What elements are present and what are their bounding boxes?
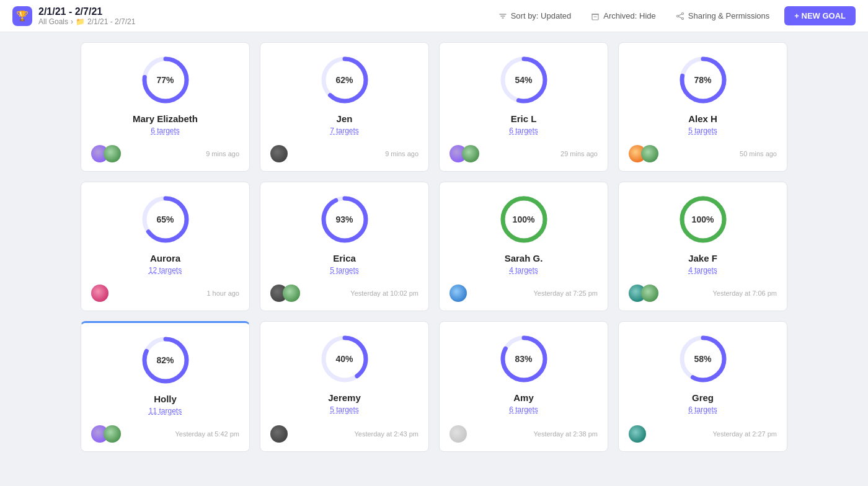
- avatar-group: [91, 145, 121, 162]
- goal-card[interactable]: 100% Jake F 4 targets Yesterday at 7:06 …: [618, 182, 787, 311]
- new-goal-button[interactable]: + NEW GOAL: [784, 6, 856, 25]
- time-ago: 9 mins ago: [385, 150, 418, 157]
- goal-card[interactable]: 100% Sarah G. 4 targets Yesterday at 7:2…: [439, 182, 608, 311]
- percent-label: 40%: [335, 354, 353, 364]
- donut-chart: 100%: [499, 195, 549, 244]
- targets-link[interactable]: 4 targets: [509, 266, 538, 275]
- sharing-label: Sharing & Permissions: [688, 11, 770, 20]
- targets-link[interactable]: 4 targets: [688, 266, 717, 275]
- person-name: Jeremy: [328, 392, 361, 403]
- card-footer: Yesterday at 2:43 pm: [270, 425, 418, 443]
- donut-chart: 58%: [678, 334, 728, 384]
- card-footer: Yesterday at 5:42 pm: [91, 425, 239, 443]
- goal-card[interactable]: 82% Holly 11 targets Yesterday at 5:42 p…: [81, 321, 250, 452]
- archived-label: Archived: Hide: [603, 11, 656, 20]
- person-name: Alex H: [688, 113, 717, 124]
- goal-card[interactable]: 62% Jen 7 targets 9 mins ago: [260, 42, 429, 172]
- targets-link[interactable]: 5 targets: [330, 405, 359, 414]
- sort-button[interactable]: Sort by: Updated: [494, 9, 577, 23]
- percent-label: 83%: [515, 354, 532, 364]
- archived-button[interactable]: Archived: Hide: [586, 9, 661, 23]
- time-ago: 29 mins ago: [560, 150, 598, 157]
- targets-link[interactable]: 12 targets: [149, 266, 182, 275]
- svg-point-1: [681, 12, 683, 14]
- person-name: Mary Elizabeth: [133, 113, 198, 124]
- goal-card[interactable]: 78% Alex H 5 targets 50 mins ago: [618, 42, 787, 172]
- donut-chart: 40%: [320, 334, 370, 384]
- time-ago: 1 hour ago: [206, 289, 239, 297]
- targets-link[interactable]: 5 targets: [330, 266, 359, 275]
- targets-link[interactable]: 7 targets: [330, 126, 359, 135]
- percent-label: 77%: [156, 75, 174, 85]
- donut-chart: 100%: [678, 195, 728, 244]
- avatar-group: [450, 425, 467, 443]
- time-ago: Yesterday at 2:43 pm: [354, 430, 418, 438]
- donut-chart: 82%: [141, 335, 190, 385]
- donut-chart: 54%: [499, 55, 549, 105]
- targets-link[interactable]: 5 targets: [688, 126, 717, 135]
- avatar-group: [629, 145, 658, 162]
- avatar-group: [450, 285, 467, 302]
- card-footer: 29 mins ago: [450, 145, 598, 162]
- card-footer: 9 mins ago: [91, 145, 239, 162]
- goal-card[interactable]: 58% Greg 6 targets Yesterday at 2:27 pm: [618, 321, 787, 452]
- donut-chart: 83%: [499, 334, 549, 384]
- goal-card[interactable]: 77% Mary Elizabeth 6 targets 9 mins ago: [81, 42, 250, 172]
- folder-icon: 📁: [76, 17, 85, 26]
- targets-link[interactable]: 6 targets: [509, 405, 538, 414]
- person-name: Erica: [333, 253, 356, 263]
- person-name: Aurora: [150, 253, 180, 263]
- person-name: Sarah G.: [505, 253, 543, 263]
- targets-link[interactable]: 6 targets: [151, 126, 180, 135]
- trophy-icon: 🏆: [12, 6, 32, 26]
- targets-link[interactable]: 11 targets: [149, 407, 182, 415]
- percent-label: 58%: [694, 354, 711, 364]
- percent-label: 82%: [156, 355, 174, 365]
- avatar: [641, 145, 658, 162]
- goals-grid: 77% Mary Elizabeth 6 targets 9 mins ago …: [0, 32, 868, 462]
- sort-icon: [498, 12, 507, 20]
- time-ago: 50 mins ago: [740, 150, 777, 157]
- goal-card[interactable]: 65% Aurora 12 targets 1 hour ago: [81, 182, 250, 311]
- avatar: [641, 285, 658, 302]
- card-footer: Yesterday at 2:27 pm: [629, 425, 777, 443]
- avatar: [270, 425, 288, 443]
- donut-chart: 62%: [320, 55, 370, 105]
- avatar: [270, 145, 288, 162]
- avatar: [629, 425, 646, 443]
- goal-card[interactable]: 83% Amy 6 targets Yesterday at 2:38 pm: [439, 321, 608, 452]
- donut-chart: 78%: [678, 55, 728, 105]
- percent-label: 54%: [515, 75, 532, 85]
- header-title: 2/1/21 - 2/7/21: [38, 6, 135, 17]
- avatar: [450, 285, 467, 302]
- percent-label: 100%: [692, 214, 714, 224]
- avatar: [462, 145, 479, 162]
- goal-card[interactable]: 40% Jeremy 5 targets Yesterday at 2:43 p…: [260, 321, 429, 452]
- avatar-group: [450, 145, 479, 162]
- breadcrumb-date: 2/1/21 - 2/7/21: [87, 17, 135, 26]
- avatar-group: [270, 145, 288, 162]
- percent-label: 65%: [156, 214, 174, 224]
- avatar-group: [91, 425, 121, 443]
- person-name: Greg: [692, 392, 714, 403]
- donut-chart: 77%: [141, 55, 190, 105]
- goal-card[interactable]: 54% Eric L 6 targets 29 mins ago: [439, 42, 608, 172]
- donut-chart: 65%: [141, 195, 190, 244]
- avatar-group: [270, 425, 288, 443]
- avatar: [91, 285, 108, 302]
- targets-link[interactable]: 6 targets: [688, 405, 717, 414]
- time-ago: Yesterday at 2:27 pm: [712, 430, 777, 438]
- breadcrumb: All Goals › 📁 2/1/21 - 2/7/21: [38, 17, 135, 26]
- svg-point-3: [676, 15, 678, 17]
- time-ago: Yesterday at 7:06 pm: [712, 289, 777, 297]
- percent-label: 93%: [335, 214, 353, 224]
- person-name: Eric L: [511, 113, 537, 124]
- donut-chart: 93%: [320, 195, 370, 244]
- sharing-button[interactable]: Sharing & Permissions: [671, 9, 775, 23]
- goal-card[interactable]: 93% Erica 5 targets Yesterday at 10:02 p…: [260, 182, 429, 311]
- avatar: [104, 145, 121, 162]
- card-footer: 9 mins ago: [270, 145, 418, 162]
- targets-link[interactable]: 6 targets: [509, 126, 538, 135]
- avatar-group: [270, 285, 300, 302]
- avatar: [450, 425, 467, 443]
